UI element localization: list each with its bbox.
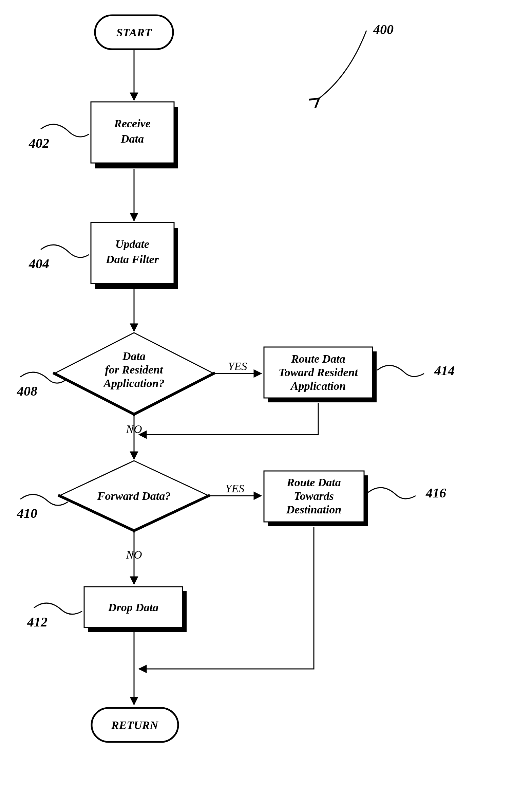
squiggle-412: [34, 603, 82, 614]
ref-416: 416: [425, 485, 446, 500]
d2-line1: Forward Data?: [97, 490, 171, 502]
rr-line2: Toward Resident: [279, 366, 359, 379]
rr-line3: Application: [290, 380, 346, 392]
ref-404: 404: [28, 256, 49, 271]
figure-ref-label: 400: [373, 22, 394, 37]
route-resident-node: Route Data Toward Resident Application 4…: [264, 347, 455, 402]
figure-reference: 400: [319, 22, 394, 98]
return-label: RETURN: [111, 719, 158, 731]
update-line2: Data Filter: [106, 253, 159, 266]
d1-yes-label: YES: [228, 360, 247, 372]
ref-410: 410: [17, 506, 37, 521]
squiggle-402: [41, 124, 89, 137]
d1-line2: for Resident: [105, 363, 164, 376]
drop-data-node: Drop Data 412: [27, 587, 187, 632]
decision-resident-node: Data for Resident Application? 408: [17, 333, 214, 414]
squiggle-416: [368, 488, 416, 499]
d1-line1: Data: [122, 350, 146, 362]
receive-data-node: Receive Data 402: [28, 102, 178, 168]
edge-d2-no: NO: [126, 531, 142, 584]
ref-408: 408: [17, 383, 37, 399]
receive-line2: Data: [120, 132, 144, 145]
route-destination-node: Route Data Towards Destination 416: [264, 471, 446, 526]
start-label: START: [116, 26, 152, 39]
update-line1: Update: [115, 238, 149, 250]
rr-line1: Route Data: [291, 352, 345, 365]
d2-yes-label: YES: [225, 482, 245, 495]
d1-line3: Application?: [103, 377, 164, 389]
return-node: RETURN: [92, 708, 178, 742]
flowchart-svg: 400 START Receive Data 402 Update Data F…: [0, 0, 532, 801]
rd-line2: Towards: [294, 490, 334, 502]
squiggle-404: [41, 245, 89, 257]
decision-forward-node: Forward Data? 410: [17, 461, 209, 531]
edge-d1-no: NO: [126, 415, 142, 459]
edge-d2-yes: YES: [209, 482, 261, 496]
ref-402: 402: [28, 135, 49, 151]
update-filter-node: Update Data Filter 404: [28, 222, 178, 289]
ref-412: 412: [27, 614, 48, 630]
rd-line3: Destination: [286, 503, 341, 516]
ref-414: 414: [434, 363, 455, 378]
drop-line1: Drop Data: [108, 601, 158, 614]
edge-d1-yes: YES: [214, 360, 261, 374]
rd-line1: Route Data: [286, 476, 341, 489]
d2-no-label: NO: [126, 548, 142, 561]
d1-no-label: NO: [126, 423, 142, 435]
arrow-rr-merge: [139, 403, 318, 435]
receive-line1: Receive: [114, 117, 151, 130]
start-node: START: [95, 15, 173, 49]
squiggle-414: [377, 365, 424, 377]
